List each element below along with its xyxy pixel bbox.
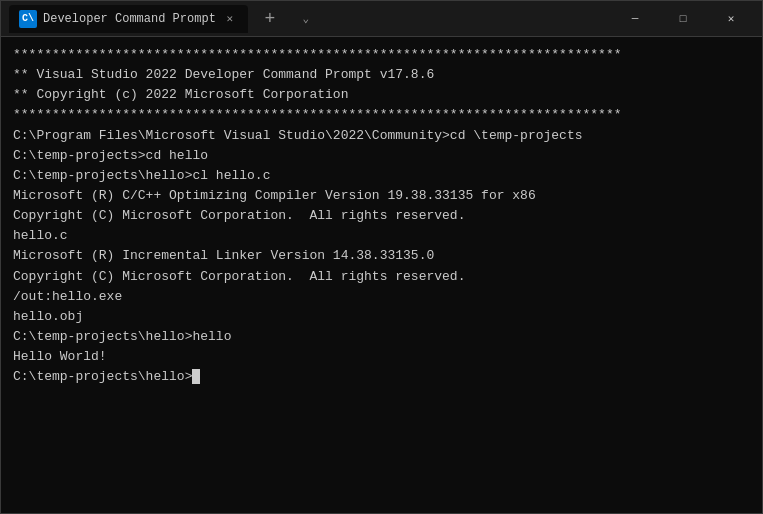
terminal-line: hello.obj xyxy=(13,307,750,327)
terminal-line: /out:hello.exe xyxy=(13,287,750,307)
terminal-line: Hello World! xyxy=(13,347,750,367)
terminal-line: C:\Program Files\Microsoft Visual Studio… xyxy=(13,126,750,146)
terminal-line: hello.c xyxy=(13,226,750,246)
dropdown-button[interactable]: ⌄ xyxy=(292,5,320,33)
tab-label: Developer Command Prompt xyxy=(43,12,216,26)
terminal-line: ** Visual Studio 2022 Developer Command … xyxy=(13,65,750,85)
terminal-line: Copyright (C) Microsoft Corporation. All… xyxy=(13,267,750,287)
terminal-line: ****************************************… xyxy=(13,105,750,125)
tab-icon-text: C\ xyxy=(22,13,34,24)
terminal-output: ****************************************… xyxy=(13,45,750,387)
terminal-line: Copyright (C) Microsoft Corporation. All… xyxy=(13,206,750,226)
terminal-line: Microsoft (R) C/C++ Optimizing Compiler … xyxy=(13,186,750,206)
terminal-line: ****************************************… xyxy=(13,45,750,65)
tab-close-button[interactable]: ✕ xyxy=(222,11,238,27)
terminal-line: C:\temp-projects>cd hello xyxy=(13,146,750,166)
terminal-line: C:\temp-projects\hello>cl hello.c xyxy=(13,166,750,186)
tab-icon: C\ xyxy=(19,10,37,28)
terminal-line: ** Copyright (c) 2022 Microsoft Corporat… xyxy=(13,85,750,105)
window: C\ Developer Command Prompt ✕ + ⌄ ─ □ ✕ xyxy=(0,0,763,514)
minimize-button[interactable]: ─ xyxy=(612,3,658,35)
window-controls: ─ □ ✕ xyxy=(612,3,754,35)
terminal-line: C:\temp-projects\hello> xyxy=(13,367,750,387)
maximize-button[interactable]: □ xyxy=(660,3,706,35)
close-button[interactable]: ✕ xyxy=(708,3,754,35)
terminal-line: C:\temp-projects\hello>hello xyxy=(13,327,750,347)
terminal-cursor xyxy=(192,369,200,384)
terminal-line: Microsoft (R) Incremental Linker Version… xyxy=(13,246,750,266)
terminal-body[interactable]: ****************************************… xyxy=(1,37,762,513)
titlebar: C\ Developer Command Prompt ✕ + ⌄ ─ □ ✕ xyxy=(1,1,762,37)
titlebar-left: C\ Developer Command Prompt ✕ + ⌄ xyxy=(9,5,612,33)
active-tab[interactable]: C\ Developer Command Prompt ✕ xyxy=(9,5,248,33)
new-tab-button[interactable]: + xyxy=(256,5,284,33)
